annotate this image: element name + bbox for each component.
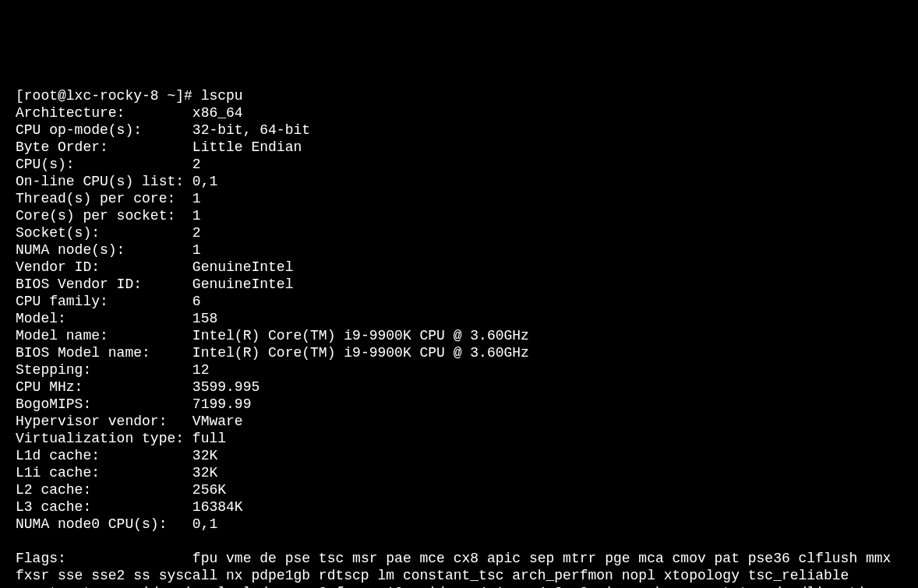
field-value: 32K bbox=[192, 465, 217, 481]
field-label: CPU family: bbox=[16, 294, 192, 309]
lscpu-field-row: On-line CPU(s) list: 0,1 bbox=[16, 173, 902, 190]
lscpu-field-row: Model: 158 bbox=[16, 310, 902, 327]
field-label: L1d cache: bbox=[16, 448, 192, 463]
lscpu-field-row: L1d cache: 32K bbox=[16, 447, 902, 464]
field-label: On-line CPU(s) list: bbox=[16, 174, 192, 189]
field-label: Thread(s) per core: bbox=[16, 191, 192, 206]
field-value: 3599.995 bbox=[192, 379, 260, 395]
field-label: Stepping: bbox=[16, 362, 192, 378]
field-label: NUMA node(s): bbox=[16, 242, 192, 258]
lscpu-field-row: BogoMIPS: 7199.99 bbox=[16, 396, 902, 413]
field-value: VMware bbox=[192, 414, 243, 429]
field-label: CPU op-mode(s): bbox=[16, 122, 192, 138]
lscpu-field-row: L3 cache: 16384K bbox=[16, 498, 902, 516]
command-text: lscpu bbox=[201, 88, 243, 104]
lscpu-field-row: BIOS Vendor ID: GenuineIntel bbox=[16, 276, 902, 293]
lscpu-field-row: CPU family: 6 bbox=[16, 293, 902, 310]
lscpu-field-row: CPU(s): 2 bbox=[16, 156, 902, 173]
field-label: L1i cache: bbox=[16, 465, 192, 481]
flags-row: Flags: fpu vme de pse tsc msr pae mce cx… bbox=[16, 550, 902, 588]
lscpu-field-row: Thread(s) per core: 1 bbox=[16, 190, 902, 207]
lscpu-field-row: Stepping: 12 bbox=[16, 361, 902, 379]
lscpu-field-row: Socket(s): 2 bbox=[16, 224, 902, 241]
field-label: Model: bbox=[16, 311, 192, 326]
field-value: 32-bit, 64-bit bbox=[192, 122, 310, 138]
field-value: 6 bbox=[192, 294, 201, 309]
field-label: Architecture: bbox=[16, 105, 192, 121]
field-label: Vendor ID: bbox=[16, 259, 192, 275]
field-value: 256K bbox=[192, 482, 226, 498]
prompt-1: [root@lxc-rocky-8 ~]# bbox=[16, 88, 201, 104]
flags-label: Flags: bbox=[16, 551, 192, 566]
field-label: NUMA node0 CPU(s): bbox=[16, 516, 192, 532]
terminal[interactable]: [root@lxc-rocky-8 ~]# lscpu Architecture… bbox=[16, 70, 902, 588]
field-value: 1 bbox=[192, 208, 201, 224]
field-value: 158 bbox=[192, 311, 217, 326]
lscpu-field-row: NUMA node(s): 1 bbox=[16, 241, 902, 259]
field-value: 0,1 bbox=[192, 516, 217, 532]
field-value: 12 bbox=[192, 362, 210, 378]
lscpu-field-row: Vendor ID: GenuineIntel bbox=[16, 259, 902, 276]
lscpu-field-row: Byte Order: Little Endian bbox=[16, 139, 902, 156]
lscpu-field-row: Model name: Intel(R) Core(TM) i9-9900K C… bbox=[16, 327, 902, 344]
field-label: Model name: bbox=[16, 328, 192, 343]
field-label: BIOS Model name: bbox=[16, 345, 192, 361]
lscpu-field-row: BIOS Model name: Intel(R) Core(TM) i9-99… bbox=[16, 344, 902, 361]
field-label: Byte Order: bbox=[16, 139, 192, 155]
field-label: Virtualization type: bbox=[16, 431, 192, 446]
lscpu-field-row: Core(s) per socket: 1 bbox=[16, 207, 902, 224]
field-value: GenuineIntel bbox=[192, 259, 294, 275]
field-value: Intel(R) Core(TM) i9-9900K CPU @ 3.60GHz bbox=[192, 345, 529, 361]
field-label: L3 cache: bbox=[16, 499, 192, 515]
field-value: 32K bbox=[192, 448, 217, 463]
field-value: 7199.99 bbox=[192, 396, 252, 412]
field-value: Intel(R) Core(TM) i9-9900K CPU @ 3.60GHz bbox=[192, 328, 529, 343]
field-value: x86_64 bbox=[192, 105, 243, 121]
field-label: Hypervisor vendor: bbox=[16, 414, 192, 429]
field-value: Little Endian bbox=[192, 139, 302, 155]
field-label: BogoMIPS: bbox=[16, 396, 192, 412]
field-label: L2 cache: bbox=[16, 482, 192, 498]
lscpu-field-row: Architecture: x86_64 bbox=[16, 104, 902, 121]
field-value: 2 bbox=[192, 225, 201, 241]
lscpu-output: Architecture: x86_64CPU op-mode(s): 32-b… bbox=[16, 104, 902, 533]
lscpu-field-row: CPU MHz: 3599.995 bbox=[16, 379, 902, 396]
field-value: full bbox=[192, 431, 226, 446]
lscpu-field-row: Virtualization type: full bbox=[16, 430, 902, 447]
field-label: CPU MHz: bbox=[16, 379, 192, 395]
lscpu-field-row: L1i cache: 32K bbox=[16, 464, 902, 481]
field-label: BIOS Vendor ID: bbox=[16, 276, 192, 292]
field-value: 1 bbox=[192, 191, 201, 206]
lscpu-field-row: CPU op-mode(s): 32-bit, 64-bit bbox=[16, 121, 902, 139]
field-label: Core(s) per socket: bbox=[16, 208, 192, 224]
field-value: 2 bbox=[192, 157, 201, 172]
lscpu-field-row: Hypervisor vendor: VMware bbox=[16, 413, 902, 430]
field-value: GenuineIntel bbox=[192, 276, 294, 292]
field-value: 0,1 bbox=[192, 174, 217, 189]
field-value: 16384K bbox=[192, 499, 243, 515]
field-label: CPU(s): bbox=[16, 157, 192, 172]
lscpu-field-row: L2 cache: 256K bbox=[16, 481, 902, 498]
lscpu-field-row: NUMA node0 CPU(s): 0,1 bbox=[16, 516, 902, 533]
field-value: 1 bbox=[192, 242, 201, 258]
field-label: Socket(s): bbox=[16, 225, 192, 241]
